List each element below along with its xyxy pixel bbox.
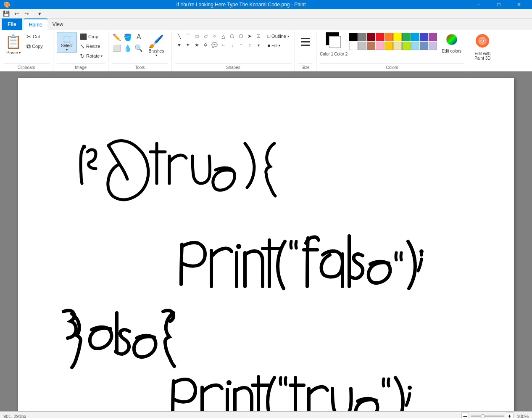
shape-line[interactable]: ╲ bbox=[175, 32, 183, 40]
file-menu-tab[interactable]: File bbox=[2, 19, 22, 30]
color-swatch-6[interactable] bbox=[402, 33, 411, 41]
color-swatch-14[interactable] bbox=[385, 42, 393, 50]
color-swatch-17[interactable] bbox=[411, 42, 419, 50]
crop-button[interactable]: ⬛ Crop bbox=[78, 32, 105, 41]
zoom-out-button[interactable]: ─ bbox=[461, 413, 469, 418]
fill-color-button[interactable]: 🪣 bbox=[123, 32, 133, 42]
canvas-container[interactable] bbox=[0, 71, 532, 411]
shape-hex[interactable]: ⬡ bbox=[237, 32, 245, 40]
tools-row-1: ✏️ 🪣 A bbox=[112, 32, 144, 42]
color-swatch-8[interactable] bbox=[420, 33, 428, 41]
shape-star6[interactable]: ✡ bbox=[201, 41, 210, 49]
shapes-label: Shapes bbox=[175, 63, 291, 71]
shapes-area: ╲ ⌒ ▭ ▱ ○ △ ⬠ ⬡ ➤ ⊡ ♥ ✦ ★ ✡ 💬 ← bbox=[175, 32, 263, 49]
copy-button[interactable]: ⧉ Copy bbox=[24, 42, 50, 51]
title-bar-text: If You're Looking Here Type The Konami C… bbox=[13, 2, 469, 8]
position-label: 901, 291px bbox=[3, 414, 26, 418]
customize-toolbar-button[interactable]: ▾ bbox=[35, 10, 44, 18]
color-swatch-16[interactable] bbox=[402, 42, 411, 50]
pencil-tool-button[interactable]: ✏️ bbox=[112, 32, 122, 42]
color-swatch-9[interactable] bbox=[429, 33, 437, 41]
fill-button[interactable]: ■ Fill ▾ bbox=[265, 41, 291, 50]
magnifier-button[interactable]: 🔍 bbox=[134, 43, 144, 53]
view-menu-tab[interactable]: View bbox=[47, 19, 68, 30]
drawing-canvas[interactable] bbox=[18, 78, 514, 411]
color-swatch-4[interactable] bbox=[385, 33, 393, 41]
tools-row-2: ⬜ 💧 🔍 bbox=[112, 43, 144, 53]
undo-button[interactable]: ↩ bbox=[12, 10, 21, 18]
color-swatch-12[interactable] bbox=[367, 42, 375, 50]
size-lines bbox=[301, 36, 310, 46]
color-swatch-2[interactable] bbox=[367, 33, 375, 41]
close-button[interactable]: ✕ bbox=[509, 0, 529, 9]
brushes-button[interactable]: 🖌️ Brushes ▾ bbox=[145, 32, 168, 59]
canvas-svg bbox=[18, 78, 514, 411]
minimize-button[interactable]: ─ bbox=[469, 0, 488, 9]
color-swatch-0[interactable] bbox=[349, 33, 358, 41]
select-button[interactable]: ⬚ Select ▾ bbox=[57, 32, 77, 53]
shape-4arrow[interactable]: ↕ bbox=[245, 41, 254, 49]
shape-heart[interactable]: ♥ bbox=[175, 41, 183, 49]
shape-more[interactable]: ⊡ bbox=[254, 32, 263, 40]
color-swatch-3[interactable] bbox=[376, 33, 384, 41]
shape-down-arrow[interactable]: ↓ bbox=[228, 41, 236, 49]
color-swatch-13[interactable] bbox=[376, 42, 384, 50]
color-swatch-15[interactable] bbox=[393, 42, 402, 50]
clipboard-content: 📋 Paste ▾ ✂ Cut ⧉ Copy bbox=[3, 32, 50, 63]
shape-up-arrow[interactable]: ↑ bbox=[237, 41, 245, 49]
color-picker-button[interactable]: 💧 bbox=[123, 43, 133, 53]
shape-callout[interactable]: 💬 bbox=[210, 41, 219, 49]
brushes-arrow-icon: ▾ bbox=[155, 53, 157, 57]
edit-with-group: 3D Edit withPaint 3D . bbox=[468, 32, 497, 71]
shape-pentagon[interactable]: ⬠ bbox=[228, 32, 236, 40]
image-label: Image bbox=[57, 63, 105, 71]
cut-button[interactable]: ✂ Cut bbox=[24, 32, 50, 41]
edit-with-paint3d-button[interactable]: 3D Edit withPaint 3D bbox=[471, 32, 493, 62]
size-selector-button[interactable] bbox=[298, 32, 313, 50]
color-swatch-1[interactable] bbox=[358, 33, 366, 41]
outline-button[interactable]: □ Outline ▾ bbox=[265, 32, 291, 40]
shape-rect[interactable]: ▭ bbox=[192, 32, 201, 40]
resize-button[interactable]: ⤡ Resize bbox=[78, 42, 105, 51]
zoom-in-button[interactable]: + bbox=[506, 413, 514, 418]
zoom-controls: ─ + 100% bbox=[461, 413, 529, 418]
colors-group: Color 1 Color 2 bbox=[316, 32, 468, 71]
paste-arrow-icon: ▾ bbox=[19, 51, 21, 55]
color2-box[interactable] bbox=[329, 36, 341, 48]
color-swatch-18[interactable] bbox=[420, 42, 428, 50]
image-group: ⬚ Select ▾ ⬛ Crop ⤡ Resize ↻ Rotate ▾ bbox=[53, 32, 108, 71]
home-menu-tab[interactable]: Home bbox=[24, 19, 47, 30]
shape-triangle[interactable]: △ bbox=[219, 32, 227, 40]
color-swatch-19[interactable] bbox=[429, 42, 437, 50]
shape-curve[interactable]: ⌒ bbox=[184, 32, 192, 40]
text-tool-button[interactable]: A bbox=[134, 32, 144, 42]
color-swatch-5[interactable] bbox=[393, 33, 402, 41]
color1-label-group: Color 1 bbox=[320, 52, 333, 56]
color-swatch-7[interactable] bbox=[411, 33, 419, 41]
shape-right-arrow[interactable]: ➤ bbox=[245, 32, 254, 40]
color-swatch-10[interactable] bbox=[349, 42, 358, 50]
shape-scroll[interactable]: ▾ bbox=[254, 41, 263, 49]
svg-point-9 bbox=[226, 380, 232, 385]
zoom-slider[interactable] bbox=[471, 415, 504, 417]
eraser-button[interactable]: ⬜ bbox=[112, 43, 122, 53]
shape-star5[interactable]: ★ bbox=[192, 41, 201, 49]
shape-ellipse[interactable]: ○ bbox=[210, 32, 219, 40]
shape-left-arrow[interactable]: ← bbox=[219, 41, 227, 49]
edit-colors-button[interactable]: Edit colors bbox=[439, 32, 464, 55]
tools-grid: ✏️ 🪣 A ⬜ 💧 🔍 bbox=[112, 32, 144, 53]
main-content: 901, 291px ─ + 100% bbox=[0, 71, 532, 418]
save-button[interactable]: 💾 bbox=[2, 10, 11, 18]
redo-button[interactable]: ↪ bbox=[22, 10, 31, 18]
copy-icon: ⧉ bbox=[26, 43, 31, 50]
crop-icon: ⬛ bbox=[80, 33, 87, 40]
clipboard-label: Clipboard bbox=[3, 63, 50, 71]
rotate-button[interactable]: ↻ Rotate ▾ bbox=[78, 51, 105, 61]
size-line-medium bbox=[301, 38, 310, 39]
color-swatch-11[interactable] bbox=[358, 42, 366, 50]
size-line-thicker bbox=[301, 45, 310, 46]
maximize-button[interactable]: □ bbox=[489, 0, 508, 9]
shape-rounded-rect[interactable]: ▱ bbox=[201, 32, 210, 40]
shape-star4[interactable]: ✦ bbox=[184, 41, 192, 49]
paste-button[interactable]: 📋 Paste ▾ bbox=[3, 32, 24, 56]
